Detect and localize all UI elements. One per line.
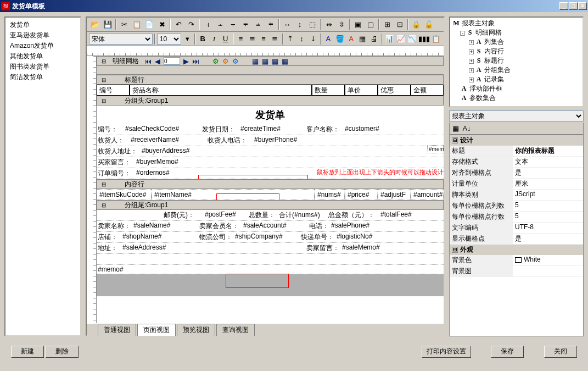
prop-cols[interactable]: 5	[513, 201, 583, 211]
report-title[interactable]: 发货单	[97, 106, 444, 124]
template-item[interactable]: 发货单	[8, 20, 78, 30]
field-address[interactable]: #buyerAddress#	[141, 146, 191, 157]
chart2-icon[interactable]: 📈	[395, 33, 406, 45]
align-right-icon[interactable]: ⫟	[227, 19, 239, 31]
prop-align[interactable]: 是	[513, 168, 583, 178]
maximize-button[interactable]: □	[569, 2, 578, 10]
tab-preview[interactable]: 预览视图	[177, 324, 215, 336]
font-size-select[interactable]: 10	[157, 34, 182, 45]
align-bottom-icon[interactable]: ⫩	[265, 19, 277, 31]
unlock-icon[interactable]: 🔓	[423, 19, 435, 31]
grid-icon[interactable]: ⊞	[381, 19, 393, 31]
same-height-icon[interactable]: ↕	[294, 19, 306, 31]
template-item[interactable]: Amazon发货单	[8, 41, 78, 51]
field-totalqty[interactable]: 合计(#nums#)	[278, 210, 327, 220]
label-ship[interactable]: 物流公司：	[198, 232, 234, 242]
prop-unit[interactable]: 厘米	[513, 179, 583, 189]
label-totalamt[interactable]: 总金额（元）：	[327, 210, 379, 220]
last-icon[interactable]: ⏭	[192, 57, 199, 65]
db-icon[interactable]: ⚙	[222, 57, 229, 65]
first-icon[interactable]: ⏮	[144, 57, 152, 65]
bring-front-icon[interactable]: ▣	[352, 19, 364, 31]
prop-rows[interactable]: 5	[513, 212, 583, 222]
property-object-select[interactable]: 报表主对象	[449, 110, 584, 121]
distribute-h-icon[interactable]: ⇹	[323, 19, 335, 31]
underline-button[interactable]: U	[220, 33, 231, 45]
font-family-select[interactable]: 宋体	[89, 34, 153, 45]
label-orderno[interactable]: 订单编号：	[97, 168, 135, 179]
field-adjust[interactable]: #adjustF	[378, 189, 411, 200]
print-icon[interactable]: 🖨	[368, 33, 379, 45]
label-buyer-memo[interactable]: 买家留言：	[97, 157, 135, 168]
label-customer[interactable]: 客户名称：	[305, 124, 344, 135]
label-saddr[interactable]: 地址：	[97, 243, 121, 253]
field-express[interactable]: #logisticNo#	[335, 232, 373, 242]
tab-page[interactable]: 页面视图	[137, 324, 176, 336]
field-memo[interactable]: #memo#	[97, 265, 125, 274]
object-tree[interactable]: M 报表主对象 -S 明细网格 +A 列集合 +S 内容行 +S 标题行 +A …	[449, 16, 584, 107]
header-name[interactable]: 货品名称	[130, 85, 312, 96]
template-item[interactable]: 简洁发货单	[8, 72, 78, 82]
field-side-memo[interactable]: #memo#oB	[427, 145, 444, 153]
field-date[interactable]: #createTime#	[239, 124, 305, 135]
font-color-icon[interactable]: A	[323, 33, 334, 45]
field-seller[interactable]: #saleName#	[132, 221, 198, 231]
label-phone[interactable]: 收货人电话：	[206, 135, 253, 146]
text-right-icon[interactable]: ≡	[258, 33, 269, 45]
align-middle-icon[interactable]: ⫨	[252, 19, 264, 31]
field-orderno[interactable]: #ordernos#	[135, 168, 171, 179]
header-code[interactable]: 编号	[97, 85, 130, 96]
property-grid[interactable]: 设计 标题你的报表标题 存储格式文本 对齐到栅格点是 计量单位厘米 脚本类别JS…	[449, 135, 584, 336]
prop-encoding[interactable]: UTF-8	[513, 223, 583, 233]
grid2-icon[interactable]: ▦	[262, 57, 268, 65]
next-icon[interactable]: ▶	[183, 57, 189, 65]
field-account[interactable]: #saleAccount#	[242, 221, 308, 231]
prop-showgrid[interactable]: 是	[513, 234, 583, 244]
section-design[interactable]: 设计	[450, 135, 583, 146]
categorize-icon[interactable]: ▦	[451, 124, 461, 134]
field-postfee[interactable]: #postFee#	[204, 210, 248, 220]
valign-top-icon[interactable]: ⤒	[285, 33, 296, 45]
text-left-icon[interactable]: ≡	[236, 33, 247, 45]
prop-bgcolor[interactable]: White	[513, 255, 583, 265]
label-receiver[interactable]: 收货人：	[97, 135, 130, 146]
page-input[interactable]	[164, 57, 180, 65]
template-item[interactable]: 其他发货单	[8, 51, 78, 62]
header-discount[interactable]: 优惠	[378, 85, 411, 96]
sort-icon[interactable]: A↓	[462, 124, 472, 134]
grid3-icon[interactable]: ▦	[272, 57, 278, 65]
template-item[interactable]: 亚马逊发货单	[8, 30, 78, 41]
label-smemo[interactable]: 卖家留言：	[305, 243, 341, 253]
content-row-band[interactable]: 内容行	[97, 179, 444, 189]
italic-button[interactable]: I	[209, 33, 220, 45]
label-express[interactable]: 快递单号：	[300, 232, 335, 242]
template-item[interactable]: 图书类发货单	[8, 62, 78, 72]
prop-format[interactable]: 文本	[513, 157, 583, 167]
minimize-button[interactable]: _	[559, 2, 568, 10]
label-date[interactable]: 发货日期：	[201, 124, 239, 135]
field-price[interactable]: #price#	[345, 189, 378, 200]
bold-button[interactable]: B	[197, 33, 208, 45]
field-amount[interactable]: #amount#	[411, 189, 444, 200]
delete-icon[interactable]: ✖	[156, 19, 168, 31]
border-style-icon[interactable]: ▦	[357, 33, 368, 45]
label-code[interactable]: 编号：	[97, 124, 124, 135]
label-seller[interactable]: 卖家名称：	[97, 221, 132, 231]
distribute-v-icon[interactable]: ⇳	[335, 19, 348, 31]
chart3-icon[interactable]: 📉	[407, 33, 418, 45]
header-qty[interactable]: 数量	[312, 85, 345, 96]
border-color-icon[interactable]: A	[346, 33, 357, 45]
design-canvas[interactable]: 明细网格 ⏮ ◀ ▶ ⏭ ⚙ ⚙ ⚙ ▦ ▦ ▦	[97, 56, 444, 323]
section-appearance[interactable]: 外观	[450, 245, 583, 255]
text-center-icon[interactable]: ≣	[247, 33, 257, 45]
header-amount[interactable]: 金额	[411, 85, 444, 96]
label-shop[interactable]: 店铺：	[97, 232, 121, 242]
close-button[interactable]: ×	[578, 2, 587, 10]
field-smemo[interactable]: #saleMemo#	[341, 243, 381, 253]
field-receiver[interactable]: #receiverName#	[130, 135, 206, 146]
align-left-icon[interactable]: ⫞	[201, 19, 214, 31]
text-justify-icon[interactable]: ≣	[270, 33, 281, 45]
title-row-band[interactable]: 标题行	[97, 75, 444, 85]
header-price[interactable]: 单价	[345, 85, 378, 96]
close-dialog-button[interactable]: 关闭	[544, 346, 577, 358]
